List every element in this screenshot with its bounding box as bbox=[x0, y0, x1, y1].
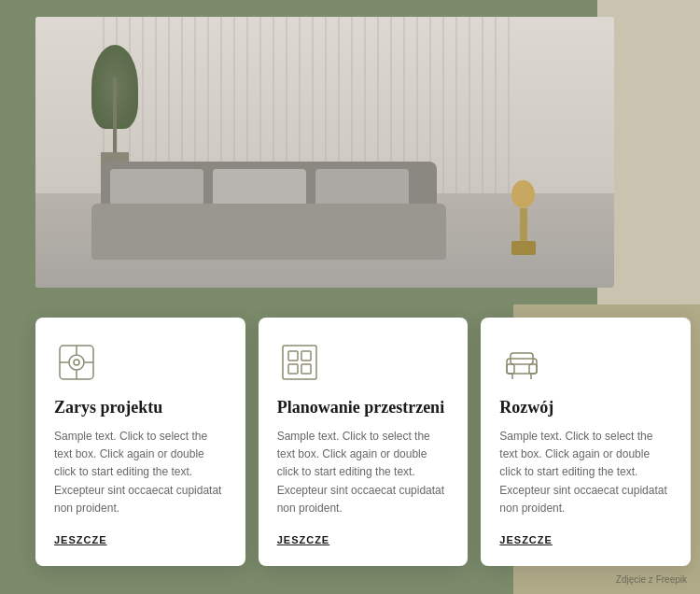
design-icon-svg bbox=[54, 340, 99, 385]
card-2: Planowanie przestrzeni Sample text. Clic… bbox=[259, 318, 469, 566]
bg-olive-strip bbox=[0, 304, 35, 594]
cards-section: Zarys projektu Sample text. Click to sel… bbox=[35, 318, 691, 566]
lamp bbox=[507, 180, 539, 255]
card-1-text: Sample text. Click to select the text bo… bbox=[54, 428, 227, 517]
development-icon-svg bbox=[499, 340, 544, 385]
svg-rect-10 bbox=[288, 364, 298, 374]
page-wrapper: Zarys projektu Sample text. Click to sel… bbox=[0, 0, 700, 594]
card-3-title: Rozwój bbox=[499, 398, 672, 418]
attribution: Zdjęcie z Freepik bbox=[616, 574, 687, 585]
card-3-text: Sample text. Click to select the text bo… bbox=[499, 428, 672, 517]
svg-rect-11 bbox=[301, 364, 311, 374]
svg-rect-13 bbox=[507, 364, 514, 374]
card-2-title: Planowanie przestrzeni bbox=[277, 398, 450, 418]
svg-point-1 bbox=[69, 355, 84, 370]
card-2-link[interactable]: JESZCZE bbox=[277, 534, 330, 545]
attribution-text: Zdjęcie z Freepik bbox=[616, 574, 687, 585]
sofa bbox=[91, 166, 446, 260]
card-3: Rozwój Sample text. Click to select the … bbox=[481, 318, 691, 566]
card-1-title: Zarys projektu bbox=[54, 398, 227, 418]
design-icon bbox=[54, 340, 99, 385]
planning-icon-svg bbox=[277, 340, 322, 385]
development-icon bbox=[499, 340, 544, 385]
card-1-link[interactable]: JESZCZE bbox=[54, 534, 107, 545]
card-2-text: Sample text. Click to select the text bo… bbox=[277, 428, 450, 517]
plant-decoration bbox=[87, 45, 143, 176]
svg-rect-14 bbox=[529, 364, 537, 374]
svg-point-2 bbox=[74, 360, 79, 365]
card-1: Zarys projektu Sample text. Click to sel… bbox=[35, 318, 245, 566]
svg-rect-8 bbox=[288, 351, 298, 361]
svg-rect-12 bbox=[507, 359, 537, 374]
card-3-link[interactable]: JESZCZE bbox=[499, 534, 553, 545]
planning-icon bbox=[277, 340, 322, 385]
hero-image bbox=[35, 17, 614, 288]
svg-rect-7 bbox=[283, 346, 316, 379]
svg-rect-9 bbox=[301, 351, 311, 361]
